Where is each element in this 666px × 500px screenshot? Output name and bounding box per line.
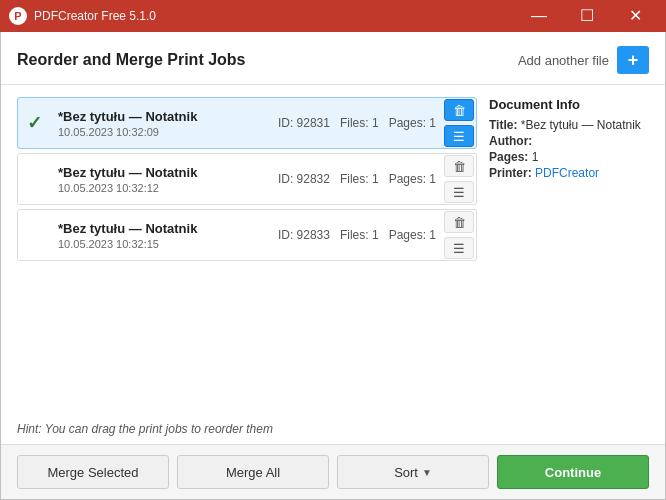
merge-selected-button[interactable]: Merge Selected [17,455,169,489]
job-meta-item: Pages: 1 [389,116,436,130]
doc-info-printer-row: Printer: PDFCreator [489,166,649,180]
job-date: 10.05.2023 10:32:12 [58,182,270,194]
job-checkbox[interactable]: ✓ [18,112,50,134]
job-meta: ID: 92831Files: 1Pages: 1 [278,116,444,130]
job-info: *Bez tytułu — Notatnik10.05.2023 10:32:1… [50,215,278,256]
app-title: PDFCreator Free 5.1.0 [34,9,516,23]
sort-label: Sort [394,465,418,480]
maximize-button[interactable]: ☐ [564,0,610,32]
page-title: Reorder and Merge Print Jobs [17,51,246,69]
doc-info-heading: Document Info [489,97,649,112]
close-button[interactable]: ✕ [612,0,658,32]
job-meta-item: Pages: 1 [389,228,436,242]
job-info: *Bez tytułu — Notatnik10.05.2023 10:32:1… [50,159,278,200]
job-meta: ID: 92832Files: 1Pages: 1 [278,172,444,186]
content-area: ✓*Bez tytułu — Notatnik10.05.2023 10:32:… [1,85,665,414]
job-meta: ID: 92833Files: 1Pages: 1 [278,228,444,242]
footer: Merge Selected Merge All Sort ▼ Continue [1,444,665,499]
job-action-buttons: 🗑☰ [444,99,474,147]
doc-info-pages-row: Pages: 1 [489,150,649,164]
doc-info-title-label: Title: [489,118,517,132]
job-action-buttons: 🗑☰ [444,211,474,259]
job-delete-button[interactable]: 🗑 [444,155,474,177]
doc-info-panel: Document Info Title: *Bez tytułu — Notat… [489,97,649,402]
svg-text:P: P [14,10,21,22]
table-row[interactable]: ✓*Bez tytułu — Notatnik10.05.2023 10:32:… [17,97,477,149]
minimize-button[interactable]: — [516,0,562,32]
job-merge-button[interactable]: ☰ [444,181,474,203]
add-file-button[interactable]: + [617,46,649,74]
header-actions: Add another file + [518,46,649,74]
job-meta-item: ID: 92833 [278,228,330,242]
doc-info-author-label: Author: [489,134,532,148]
job-meta-item: ID: 92832 [278,172,330,186]
job-delete-button[interactable]: 🗑 [444,99,474,121]
job-delete-button[interactable]: 🗑 [444,211,474,233]
job-merge-button[interactable]: ☰ [444,237,474,259]
job-meta-item: ID: 92831 [278,116,330,130]
doc-info-author-row: Author: [489,134,649,148]
table-row[interactable]: *Bez tytułu — Notatnik10.05.2023 10:32:1… [17,153,477,205]
doc-info-pages-label: Pages: [489,150,528,164]
hint-text: Hint: You can drag the print jobs to reo… [1,414,665,444]
add-file-label: Add another file [518,53,609,68]
check-mark-icon: ✓ [27,112,42,134]
job-date: 10.05.2023 10:32:09 [58,126,270,138]
main-window: Reorder and Merge Print Jobs Add another… [0,32,666,500]
merge-all-button[interactable]: Merge All [177,455,329,489]
doc-info-title-row: Title: *Bez tytułu — Notatnik [489,118,649,132]
job-date: 10.05.2023 10:32:15 [58,238,270,250]
job-list: ✓*Bez tytułu — Notatnik10.05.2023 10:32:… [17,97,477,402]
continue-button[interactable]: Continue [497,455,649,489]
doc-info-printer-label: Printer: [489,166,532,180]
job-meta-item: Files: 1 [340,116,379,130]
job-name: *Bez tytułu — Notatnik [58,109,270,124]
job-merge-button[interactable]: ☰ [444,125,474,147]
job-meta-item: Pages: 1 [389,172,436,186]
job-name: *Bez tytułu — Notatnik [58,165,270,180]
page-header: Reorder and Merge Print Jobs Add another… [1,32,665,85]
titlebar: P PDFCreator Free 5.1.0 — ☐ ✕ [0,0,666,32]
window-controls: — ☐ ✕ [516,0,658,32]
job-meta-item: Files: 1 [340,228,379,242]
job-meta-item: Files: 1 [340,172,379,186]
sort-button[interactable]: Sort ▼ [337,455,489,489]
table-row[interactable]: *Bez tytułu — Notatnik10.05.2023 10:32:1… [17,209,477,261]
app-logo-icon: P [8,6,28,26]
doc-info-title-value: *Bez tytułu — Notatnik [521,118,641,132]
job-name: *Bez tytułu — Notatnik [58,221,270,236]
sort-dropdown-icon: ▼ [422,467,432,478]
job-action-buttons: 🗑☰ [444,155,474,203]
doc-info-pages-value: 1 [532,150,539,164]
doc-info-printer-value: PDFCreator [535,166,599,180]
job-info: *Bez tytułu — Notatnik10.05.2023 10:32:0… [50,103,278,144]
